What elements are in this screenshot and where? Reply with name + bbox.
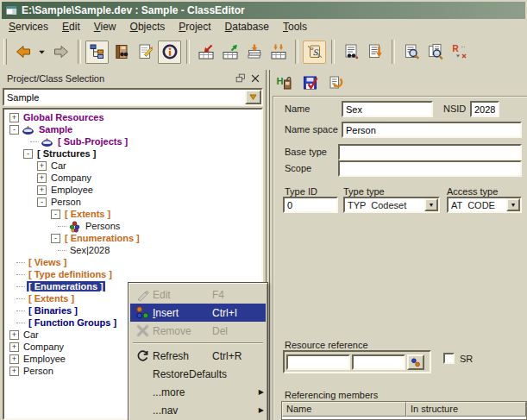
scroll-info-button[interactable]: Soi	[303, 41, 326, 64]
typetype-dropdown[interactable]: TYP Codeset ▼	[343, 197, 440, 213]
tree-item-company[interactable]: +Company	[4, 172, 261, 184]
expand-box-icon[interactable]: +	[37, 173, 47, 183]
collapse-box-icon[interactable]: -	[51, 210, 60, 219]
collapse-box-icon[interactable]: -	[9, 125, 19, 135]
context-menu-item-refresh[interactable]: RefreshCtrl+R	[130, 347, 266, 365]
toolbar-separator	[78, 40, 81, 64]
tree-item-employee[interactable]: +Employee	[4, 184, 261, 196]
sr-checkbox[interactable]	[443, 353, 455, 364]
submenu-arrow-icon: ▶	[255, 406, 264, 414]
name-input[interactable]	[342, 101, 433, 117]
typeid-input[interactable]	[283, 197, 338, 213]
column-header-in-structure[interactable]: In structure	[406, 402, 526, 417]
menu-item-label: Refresh	[153, 350, 189, 362]
save-check-button[interactable]	[302, 74, 319, 91]
forward-arrow-button[interactable]	[49, 41, 72, 64]
tree-item-sample[interactable]: -Sample	[4, 123, 261, 135]
docs-magnifier-button[interactable]	[423, 41, 447, 64]
menu-tools[interactable]: Tools	[276, 19, 314, 34]
undo-button[interactable]	[328, 74, 345, 91]
resource-reference-picker-button[interactable]	[407, 354, 424, 370]
edit-doc-button[interactable]	[134, 41, 157, 64]
back-arrow-button[interactable]	[11, 41, 35, 64]
doc-magnifier-button[interactable]	[399, 41, 423, 64]
toolbar-grip[interactable]	[3, 39, 7, 65]
float-icon[interactable]	[235, 72, 247, 85]
tree-item-type-definitions[interactable]: [ Type definitions ]	[4, 268, 261, 280]
tree-item-persons[interactable]: Persons	[4, 220, 261, 232]
expand-box-icon[interactable]: +	[9, 330, 19, 340]
table-import-button[interactable]	[267, 41, 290, 64]
collapse-box-icon[interactable]: -	[37, 197, 47, 207]
accesstype-dropdown-arrow-icon[interactable]: ▼	[506, 198, 520, 211]
tree-item-label: [ Function Groups ]	[27, 317, 118, 328]
context-menu-item-restoredefaults[interactable]: RestoreDefaults	[130, 365, 266, 383]
expand-box-icon[interactable]: +	[9, 367, 19, 376]
menu-item-label: Remove	[153, 325, 191, 337]
resource-reference-field-2[interactable]	[352, 354, 405, 370]
context-menu: EditF4InsertCtrl+IRemoveDelRefreshCtrl+R…	[128, 282, 268, 420]
h-grinder-button[interactable]: H	[276, 74, 293, 91]
menu-item-label: Insert	[153, 307, 179, 319]
resource-reference-field-1[interactable]	[286, 354, 350, 370]
basetype-input[interactable]	[338, 144, 522, 160]
nsid-input[interactable]	[470, 101, 499, 117]
scope-label: Scope	[285, 163, 311, 173]
context-menu-item-more[interactable]: ...more▶	[130, 383, 266, 401]
tree-item-label: [ Sub-Projects ]	[56, 136, 129, 147]
expand-box-icon[interactable]: +	[37, 185, 47, 195]
menu-edit[interactable]: Edit	[55, 19, 87, 34]
tree-item-label: Global Resources	[22, 112, 106, 122]
circle-info-button[interactable]	[158, 41, 181, 64]
tree-item-structures[interactable]: -[ Structures ]	[4, 147, 261, 160]
doc-down-button[interactable]	[363, 41, 386, 64]
expand-box-icon[interactable]: +	[9, 354, 19, 364]
expand-box-icon[interactable]: +	[9, 113, 19, 122]
r-nav-button[interactable]: R	[448, 41, 471, 64]
name-label: Name	[285, 103, 310, 114]
doc-glasses-button[interactable]	[339, 41, 362, 64]
accesstype-dropdown[interactable]: AT CODE ▼	[447, 197, 522, 213]
tree-item-sex-2028[interactable]: Sex|2028	[4, 244, 261, 256]
tree-item-extents[interactable]: -[ Extents ]	[4, 208, 261, 220]
typetype-dropdown-arrow-icon[interactable]: ▼	[424, 198, 438, 211]
caret-down-button[interactable]	[35, 41, 48, 64]
collapse-box-icon[interactable]: -	[51, 234, 60, 243]
menu-database[interactable]: Database	[218, 19, 276, 34]
scope-input[interactable]	[338, 160, 522, 177]
namespace-input[interactable]	[342, 122, 522, 138]
table-checkin-button[interactable]	[218, 41, 242, 64]
papers-down-button[interactable]	[242, 41, 266, 64]
tree-item-global-resources[interactable]: +Global Resources	[4, 111, 261, 123]
edit-pencil-icon-cell	[132, 287, 153, 303]
scroll-info-icon: Soi	[306, 43, 323, 60]
column-header-name[interactable]: Name	[282, 402, 406, 417]
collapse-box-icon[interactable]: -	[23, 149, 33, 159]
menu-project[interactable]: Project	[172, 19, 217, 34]
tree-item-person[interactable]: -Person	[4, 196, 261, 208]
tree-item-sub-projects[interactable]: [ Sub-Projects ]	[4, 135, 261, 147]
titlebar[interactable]: E:\Sample\Sample.dev : Sample - ClassEdi…	[2, 2, 525, 19]
expand-box-icon[interactable]: +	[9, 342, 19, 352]
menu-services[interactable]: Services	[2, 19, 55, 34]
tree-view-button[interactable]	[85, 41, 109, 64]
filter-input[interactable]	[4, 90, 245, 104]
window-title: E:\Sample\Sample.dev : Sample - ClassEdi…	[22, 4, 245, 16]
table-checkout-button[interactable]	[194, 41, 217, 64]
back-arrow-icon	[15, 43, 32, 60]
close-icon[interactable]	[249, 72, 261, 85]
menu-objects[interactable]: Objects	[123, 19, 173, 34]
expand-box-icon[interactable]: +	[37, 161, 47, 171]
tree-item-label: Employee	[22, 354, 67, 364]
context-menu-item-nav[interactable]: ...nav▶	[130, 401, 266, 419]
tree-item-views[interactable]: [ Views ]	[4, 256, 261, 268]
filter-dropdown-button[interactable]	[245, 90, 261, 104]
doc-down-icon	[367, 43, 384, 60]
tree-item-enumerations[interactable]: -[ Enumerations ]	[4, 232, 261, 244]
book-glasses-button[interactable]	[110, 41, 133, 64]
tree-item-label: Person	[49, 197, 83, 207]
toolbar-separator	[331, 40, 335, 64]
context-menu-item-insert[interactable]: InsertCtrl+I	[130, 304, 266, 322]
tree-item-car[interactable]: +Car	[4, 160, 261, 172]
menu-view[interactable]: View	[87, 19, 123, 34]
